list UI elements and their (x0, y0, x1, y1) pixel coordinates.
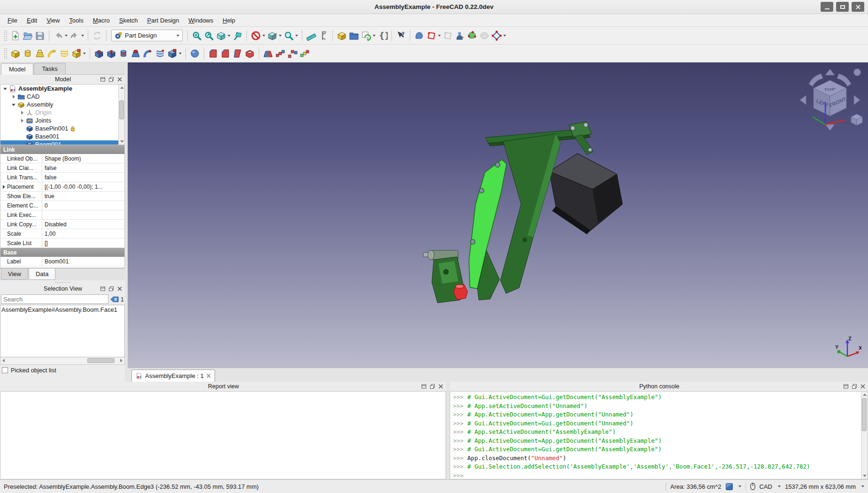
dock-splitter-handle[interactable] (0, 280, 125, 284)
panel-float-button[interactable] (108, 285, 115, 292)
additive-primitive-button[interactable] (70, 47, 87, 60)
python-console-content[interactable]: >>># Gui.ActiveDocument=Gui.getDocument(… (450, 391, 868, 479)
model-tree[interactable]: AssemblyExampleCADAssemblyOriginJointsBa… (0, 84, 125, 145)
subtractive-primitive-button[interactable] (166, 47, 183, 60)
property-row-show-ele-[interactable]: Show Ele...true (0, 192, 124, 201)
tree-item-assemblyexample[interactable]: AssemblyExample (0, 85, 124, 92)
sketch-attach-button[interactable] (454, 30, 466, 42)
tree-item-base001[interactable]: Base001 (0, 132, 124, 140)
panel-dock-button[interactable] (100, 76, 106, 83)
sketch-map-button[interactable] (466, 30, 478, 42)
minimize-button[interactable] (821, 2, 833, 12)
menu-tools[interactable]: Tools (64, 15, 88, 25)
property-row-label[interactable]: LabelBoom001 (0, 257, 124, 266)
scroll-down-icon[interactable] (120, 140, 124, 143)
whats-this-button[interactable]: ? (395, 30, 407, 42)
report-view-content[interactable] (0, 391, 446, 479)
additive-loft-button[interactable] (34, 47, 46, 60)
subtractive-helix-button[interactable] (154, 47, 166, 60)
tree-expander-icon[interactable] (3, 86, 8, 91)
close-button[interactable] (852, 2, 864, 12)
panel-close-button[interactable] (860, 383, 866, 390)
tab-tasks[interactable]: Tasks (34, 63, 65, 74)
measure-caliper-button[interactable] (317, 30, 330, 42)
tab-data[interactable]: Data (29, 269, 55, 280)
redo-button[interactable] (69, 30, 85, 42)
property-row-link-clai-[interactable]: Link Clai...false (0, 163, 124, 173)
pocket-button[interactable] (93, 47, 105, 60)
selection-list-item[interactable]: AssemblyExample#Assembly.Boom.Face1 (0, 305, 124, 314)
property-row-scale-list[interactable]: Scale List[] (0, 239, 124, 248)
menu-macro[interactable]: Macro (88, 15, 115, 25)
menu-windows[interactable]: Windows (184, 15, 218, 25)
scroll-up-icon[interactable] (863, 393, 867, 396)
panel-float-button[interactable] (851, 383, 858, 390)
draft-button[interactable] (231, 47, 244, 60)
make-link-button[interactable] (360, 30, 376, 42)
property-row-link-trans-[interactable]: Link Trans...false (0, 173, 124, 182)
tab-view[interactable]: View (1, 269, 28, 280)
group-create-button[interactable] (348, 30, 360, 42)
thickness-button[interactable] (244, 47, 256, 60)
3d-model[interactable] (128, 62, 868, 368)
tree-expander-icon[interactable] (20, 118, 25, 123)
view-axonometric-button[interactable] (215, 30, 231, 42)
bottom-dock-splitter[interactable] (446, 382, 450, 479)
property-group-base[interactable]: Base (0, 248, 124, 257)
nav-style-label[interactable]: CAD (760, 483, 772, 490)
scroll-left-icon[interactable] (2, 359, 5, 362)
tree-expander-icon[interactable] (12, 102, 16, 107)
panel-float-button[interactable] (429, 383, 436, 390)
multitransform-button[interactable] (299, 47, 311, 60)
selection-list[interactable]: AssemblyExample#Assembly.Boom.Face1 (0, 305, 125, 357)
subtractive-pipe-button[interactable] (142, 47, 154, 60)
hscrollbar-thumb[interactable] (87, 358, 115, 363)
console-scrollbar[interactable] (861, 392, 868, 479)
sketch-reorient-button[interactable] (478, 30, 491, 42)
panel-dock-button[interactable] (843, 383, 849, 390)
zoom-selection-button[interactable] (203, 30, 215, 42)
view-clipping-button[interactable] (266, 30, 283, 42)
panel-dock-button[interactable] (100, 285, 106, 292)
open-document-button[interactable] (22, 30, 34, 42)
tree-item-origin[interactable]: Origin (0, 108, 124, 116)
toolbar-grip[interactable] (4, 30, 8, 41)
menu-edit[interactable]: Edit (22, 15, 42, 25)
property-group-link[interactable]: Link (0, 145, 124, 154)
scroll-down-icon[interactable] (863, 475, 867, 477)
menu-file[interactable]: File (3, 15, 22, 25)
menu-view[interactable]: View (42, 15, 64, 25)
panel-float-button[interactable] (108, 76, 115, 83)
navigation-cube[interactable]: TOP LEFT FRONT (795, 64, 865, 135)
property-row-element-c-[interactable]: Element C...0 (0, 201, 124, 210)
chevron-down-icon[interactable] (738, 485, 741, 487)
revolution-button[interactable] (22, 47, 34, 60)
boolean-button[interactable] (189, 47, 201, 60)
clear-search-icon[interactable] (110, 296, 119, 302)
panel-close-button[interactable] (116, 285, 123, 292)
groove-button[interactable] (117, 47, 130, 60)
menu-part-design[interactable]: Part Design (143, 15, 184, 25)
body-create-button[interactable] (413, 30, 425, 42)
scroll-up-icon[interactable] (120, 86, 124, 89)
picked-object-checkbox[interactable] (2, 367, 8, 373)
scroll-right-icon[interactable] (120, 359, 123, 362)
menu-help[interactable]: Help (218, 15, 240, 25)
pad-button[interactable] (9, 47, 22, 60)
property-row-scale[interactable]: Scale1,00 (0, 229, 124, 239)
panel-close-button[interactable] (116, 76, 123, 83)
property-row-linked-ob-[interactable]: Linked Ob...Shape (Boom) (0, 154, 124, 163)
search-input[interactable] (1, 294, 108, 304)
polar-pattern-button[interactable] (286, 47, 299, 60)
chevron-down-icon[interactable] (778, 485, 781, 487)
undo-button[interactable] (52, 30, 69, 42)
tree-item-basepin001[interactable]: BasePin001 (0, 124, 124, 132)
panel-dock-button[interactable] (421, 383, 427, 390)
tree-expander-icon[interactable] (20, 110, 25, 115)
nav-cube-mini-cube[interactable] (851, 114, 862, 125)
menu-sketch[interactable]: Sketch (115, 15, 143, 25)
additive-helix-button[interactable] (58, 47, 70, 60)
expressions-button[interactable]: {} (376, 30, 389, 42)
tree-item-boom001[interactable]: Boom001 (0, 140, 124, 145)
selection-hscrollbar[interactable] (0, 357, 125, 365)
